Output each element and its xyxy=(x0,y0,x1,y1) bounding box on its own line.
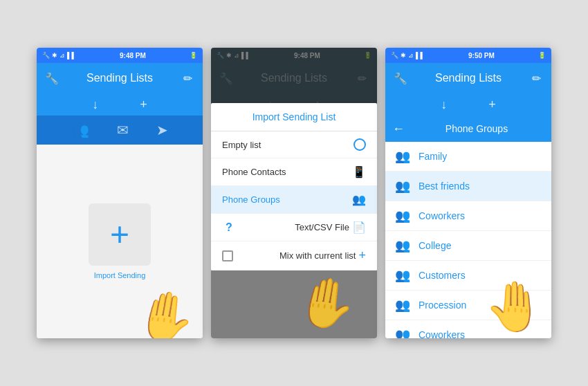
modal-item-empty[interactable]: Empty list xyxy=(211,131,377,158)
tab-bar-1: 👥 ✉ ➤ xyxy=(37,116,203,145)
wrench-icon-status-3: 🔧 xyxy=(391,52,398,59)
modal-item-empty-label: Empty list xyxy=(222,140,261,150)
modal-item-mix[interactable]: Mix with current list + xyxy=(211,241,377,270)
people-icon-coworkers2: 👥 xyxy=(395,327,410,338)
status-time-1: 9:48 PM xyxy=(120,52,146,59)
phone-icon: 📱 xyxy=(352,165,366,178)
modal-item-csv-label: Text/CSV File xyxy=(236,222,349,232)
import-icon-box[interactable]: + xyxy=(89,203,151,266)
hand-cursor-3: 🤚 xyxy=(484,278,544,335)
send-tab-1[interactable]: ➤ xyxy=(156,122,168,138)
modal-box: Import Sending List Empty list Phone Con… xyxy=(211,103,377,270)
edit-icon-3[interactable]: ✏ xyxy=(528,72,544,85)
file-icon: 📄 xyxy=(352,221,366,234)
screen3: 🔧 ✱ ⊿ ▌▌ 9:50 PM 🔋 🔧 Sending Lists ✏ ↓ +… xyxy=(385,48,551,338)
wrench-icon-1[interactable]: 🔧 xyxy=(44,72,60,85)
list-label-procession: Procession xyxy=(419,300,466,311)
status-icons-left-3: 🔧 ✱ ⊿ ▌▌ xyxy=(391,52,425,59)
signal-icon-3: ⊿ xyxy=(408,52,414,59)
app-title-1: Sending Lists xyxy=(60,72,179,84)
plus-icon-mix: + xyxy=(358,248,366,263)
people-icon-procession: 👥 xyxy=(395,297,410,313)
list-label-coworkers2: Coworkers xyxy=(419,329,465,338)
status-icons-left-1: 🔧 ✱ ⊿ ▌▌ xyxy=(42,52,76,59)
app-bar-1: 🔧 Sending Lists ✏ xyxy=(37,63,203,93)
status-bar-3: 🔧 ✱ ⊿ ▌▌ 9:50 PM 🔋 xyxy=(385,48,551,63)
list-item-coworkers1[interactable]: 👥 Coworkers xyxy=(385,201,551,231)
signal-bars: ▌▌ xyxy=(67,52,76,59)
signal-icon: ⊿ xyxy=(59,52,65,59)
people-icon-bestfriends: 👥 xyxy=(395,178,410,194)
bluetooth-icon-3: ✱ xyxy=(401,52,406,59)
back-bar[interactable]: ← Phone Groups xyxy=(385,116,551,142)
app-bar-3: 🔧 Sending Lists ✏ xyxy=(385,63,551,93)
down-arrow-icon-3[interactable]: ↓ xyxy=(441,98,447,112)
status-icons-right-1: 🔋 xyxy=(190,52,197,59)
phone-groups-title: Phone Groups xyxy=(409,123,544,134)
battery-icon-3: 🔋 xyxy=(538,52,546,59)
modal-item-contacts[interactable]: Phone Contacts 📱 xyxy=(211,158,377,186)
people-icon-college: 👥 xyxy=(395,238,410,253)
back-arrow-icon[interactable]: ← xyxy=(392,122,405,136)
modal-item-groups[interactable]: Phone Groups 👥 xyxy=(211,186,377,214)
list-item-family[interactable]: 👥 Family xyxy=(385,142,551,172)
app-title-3: Sending Lists xyxy=(409,72,528,84)
bluetooth-icon: ✱ xyxy=(52,52,57,59)
people-icon-coworkers1: 👥 xyxy=(395,208,410,223)
import-button-area[interactable]: + Import Sending xyxy=(89,203,151,279)
screen1: 🔧 ✱ ⊿ ▌▌ 9:48 PM 🔋 🔧 Sending Lists ✏ ↓ +… xyxy=(37,48,203,338)
mix-checkbox[interactable] xyxy=(222,250,233,261)
list-item-college[interactable]: 👥 College xyxy=(385,231,551,261)
status-time-3: 9:50 PM xyxy=(468,52,495,59)
list-label-college: College xyxy=(419,240,451,251)
wrench-icon-3[interactable]: 🔧 xyxy=(392,72,409,85)
list-label-bestfriends: Best friends xyxy=(419,181,470,192)
modal-item-csv[interactable]: ? Text/CSV File 📄 xyxy=(211,214,377,241)
plus-icon-subbar-1[interactable]: + xyxy=(140,98,147,112)
screenshots-container: 🔧 ✱ ⊿ ▌▌ 9:48 PM 🔋 🔧 Sending Lists ✏ ↓ +… xyxy=(23,34,565,352)
hand-cursor-1: 🤚 xyxy=(131,284,201,338)
plus-icon-1: + xyxy=(110,218,129,251)
plus-icon-subbar-3[interactable]: + xyxy=(488,98,496,112)
people-icon-family: 👥 xyxy=(395,149,410,164)
list-label-customers: Customers xyxy=(419,270,466,281)
sub-bar-1: ↓ + xyxy=(37,93,203,116)
list-label-family: Family xyxy=(419,151,447,162)
empty-list-radio[interactable] xyxy=(353,138,366,151)
signal-bars-3: ▌▌ xyxy=(416,52,425,59)
people-icon-modal: 👥 xyxy=(352,193,366,206)
people-tab-1[interactable]: 👥 xyxy=(72,122,89,138)
status-icons-right-3: 🔋 xyxy=(538,52,546,59)
down-arrow-icon-1[interactable]: ↓ xyxy=(92,98,98,112)
list-label-coworkers1: Coworkers xyxy=(419,210,465,221)
modal-title: Import Sending List xyxy=(211,103,377,131)
battery-icon-1: 🔋 xyxy=(190,52,197,59)
modal-item-contacts-label: Phone Contacts xyxy=(222,167,286,177)
list-item-bestfriends[interactable]: 👥 Best friends xyxy=(385,172,551,201)
import-label-1: Import Sending xyxy=(94,271,146,279)
mail-tab-1[interactable]: ✉ xyxy=(117,122,129,138)
status-bar-1: 🔧 ✱ ⊿ ▌▌ 9:48 PM 🔋 xyxy=(37,48,203,63)
edit-icon-1[interactable]: ✏ xyxy=(179,72,196,85)
content-1: + Import Sending 🤚 xyxy=(37,145,203,338)
modal-item-groups-label: Phone Groups xyxy=(222,194,280,205)
question-icon: ? xyxy=(222,221,236,234)
modal-item-mix-label: Mix with current list xyxy=(233,250,356,261)
modal-overlay: Import Sending List Empty list Phone Con… xyxy=(211,48,377,338)
screen2: 🔧 ✱ ⊿ ▌▌ 9:48 PM 🔋 🔧 Sending Lists ✏ ↓ +… xyxy=(211,48,377,338)
people-icon-customers: 👥 xyxy=(395,268,410,283)
wrench-icon-status: 🔧 xyxy=(42,52,50,59)
hand-cursor-2: 🤚 xyxy=(292,270,361,336)
sub-bar-3: ↓ + xyxy=(385,93,551,116)
